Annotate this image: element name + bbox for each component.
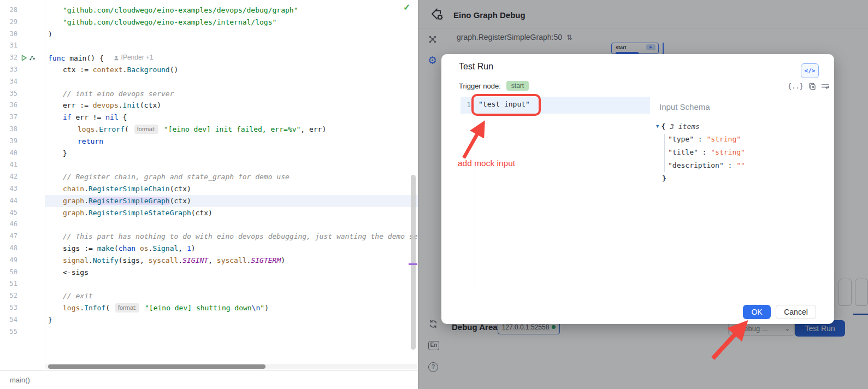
gutter-icons: [17, 88, 45, 100]
gutter-icons: [17, 195, 45, 207]
code-line: 28"github.com/cloudwego/eino-examples/de…: [0, 4, 418, 16]
caret-down-icon[interactable]: ▼: [656, 123, 659, 129]
gutter-icons: [17, 171, 45, 183]
gutter-icons: [17, 231, 45, 243]
code-line: 53logs.Infof( format: "[eino dev] shutti…: [0, 302, 418, 314]
code-line: 32func main() { IPender +1: [0, 52, 418, 64]
gutter-icons: [17, 28, 45, 40]
modal-gutter-line: [475, 97, 475, 290]
gutter-icons: [17, 243, 45, 255]
run-icon[interactable]: [21, 55, 27, 61]
gutter-icons: [17, 99, 45, 111]
code-line: 43chain.RegisterSimpleChain(ctx): [0, 183, 418, 195]
line-number: 38: [0, 123, 17, 135]
line-number: 41: [0, 159, 17, 171]
line-number: 37: [0, 111, 17, 123]
schema-root-row[interactable]: ▼{ 3 items: [656, 120, 745, 133]
code-line: 54}: [0, 314, 418, 326]
inspection-check-icon[interactable]: ✓: [403, 2, 410, 13]
code-line: 47// This part has nothing to do with ei…: [0, 231, 418, 243]
gutter-icons: [17, 255, 45, 267]
annotation-text: add mock input: [458, 158, 515, 168]
vertical-scrollbar[interactable]: [411, 175, 416, 350]
code-line: 48sigs := make(chan os.Signal, 1): [0, 243, 418, 255]
gutter-icons: [17, 326, 45, 338]
gutter-icons: [17, 76, 45, 88]
line-number: 30: [0, 28, 17, 40]
line-number: 28: [0, 4, 17, 16]
code-line: 49signal.Notify(sigs, syscall.SIGINT, sy…: [0, 255, 418, 267]
gutter-icons: [17, 148, 45, 160]
line-number: 34: [0, 76, 17, 88]
code-line: 29"github.com/cloudwego/eino-examples/in…: [0, 16, 418, 28]
line-number: 39: [0, 135, 17, 148]
line-number: 48: [0, 243, 17, 255]
code-line: 55: [0, 326, 418, 338]
code-line: 42// Register chain, graph and state_gra…: [0, 171, 418, 183]
gutter-icons: [17, 219, 45, 231]
line-number: 49: [0, 255, 17, 267]
trigger-node-row: Trigger node: start: [459, 81, 529, 91]
code-view-toggle-button[interactable]: </>: [801, 63, 819, 78]
line-number: 54: [0, 314, 17, 326]
line-number: 31: [0, 40, 17, 52]
code-line: 34: [0, 76, 418, 88]
code-line: 33ctx := context.Background(): [0, 64, 418, 76]
tree-guide-line: [664, 134, 665, 172]
gutter-icons: [17, 278, 45, 290]
code-lines: 28"github.com/cloudwego/eino-examples/de…: [0, 4, 418, 338]
code-line: 38logs.Errorf( format: "[eino dev] init …: [0, 123, 418, 135]
trigger-node-label: Trigger node:: [459, 82, 501, 90]
code-line: 50<-sigs: [0, 267, 418, 279]
line-number: 29: [0, 16, 17, 28]
breadcrumb-bar: main(): [0, 370, 418, 389]
code-line: 31: [0, 40, 418, 52]
line-number: 44: [0, 195, 17, 207]
code-line: 36err := devops.Init(ctx): [0, 99, 418, 111]
gutter-separator: [45, 0, 45, 364]
gutter-icons: [17, 267, 45, 279]
code-line: 51: [0, 278, 418, 290]
line-number: 52: [0, 290, 17, 302]
line-number: 40: [0, 148, 17, 160]
gutter-icons: [17, 4, 45, 16]
modal-line-number: 1: [462, 101, 471, 109]
line-number: 45: [0, 207, 17, 219]
modal-title: Test Run: [459, 62, 493, 72]
author-icon: [114, 55, 119, 61]
braces-icon[interactable]: {..}: [788, 82, 804, 90]
copy-icon[interactable]: [808, 82, 816, 90]
line-number: 50: [0, 267, 17, 279]
code-line: 35// init eino devops server: [0, 88, 418, 100]
schema-close-row: }: [656, 172, 745, 185]
wrap-lines-icon[interactable]: [821, 83, 829, 90]
code-line: 40}: [0, 148, 418, 160]
editor-toolbar: {..}: [788, 82, 829, 90]
gutter-icons: [17, 111, 45, 123]
cancel-button[interactable]: Cancel: [776, 305, 816, 319]
profiler-icon[interactable]: [29, 55, 36, 61]
gutter-icons: [17, 314, 45, 326]
line-number: 35: [0, 88, 17, 100]
code-line: 52// exit: [0, 290, 418, 302]
gutter-icons: [17, 135, 45, 148]
ok-button[interactable]: OK: [743, 305, 771, 319]
annotation-highlight-box: [471, 94, 541, 116]
gutter-icons: [17, 159, 45, 171]
breadcrumb-item-main[interactable]: main(): [10, 376, 30, 384]
code-editor: 28"github.com/cloudwego/eino-examples/de…: [0, 0, 418, 389]
line-number: 33: [0, 64, 17, 76]
line-number: 32: [0, 52, 17, 64]
horizontal-scrollbar[interactable]: [48, 364, 265, 369]
gutter-icons: [17, 207, 45, 219]
trigger-node-chip: start: [506, 81, 529, 91]
gutter-icons: [17, 52, 45, 64]
code-line: 37if err != nil {: [0, 111, 418, 123]
gutter-icons: [17, 290, 45, 302]
schema-field-row: "type" : "string": [656, 133, 745, 146]
code-line: 30): [0, 28, 418, 40]
gutter-icons: [17, 16, 45, 28]
line-number: 53: [0, 302, 17, 314]
code-scroll-area[interactable]: 28"github.com/cloudwego/eino-examples/de…: [0, 0, 418, 364]
line-number: 46: [0, 219, 17, 231]
